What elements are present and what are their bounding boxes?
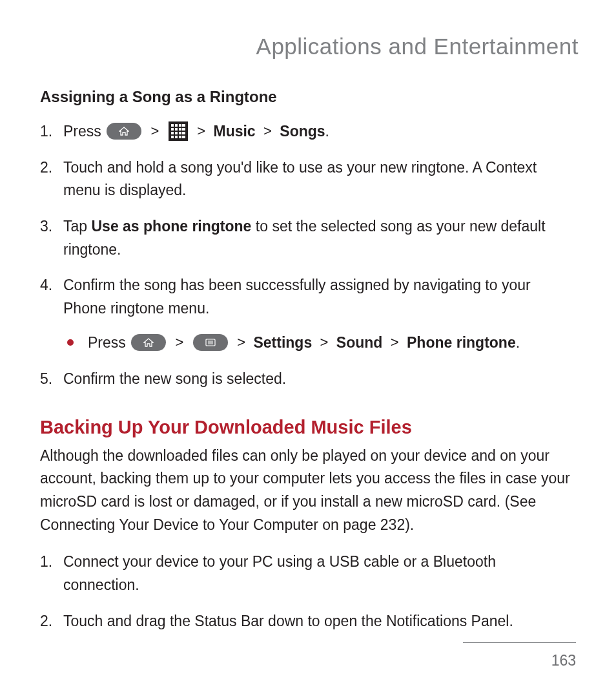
footer-rule (463, 642, 576, 643)
home-key-icon (107, 123, 141, 140)
step-5: Confirm the new song is selected. (40, 368, 572, 391)
separator: > (320, 331, 329, 353)
step-4-sub: Press > > Settings > Sound > Phone ringt… (66, 331, 572, 355)
step-3: Tap Use as phone ringtone to set the sel… (40, 215, 572, 261)
step-4-sublist: Press > > Settings > Sound > Phone ringt… (63, 331, 572, 355)
step-2: Touch and hold a song you'd like to use … (40, 156, 572, 202)
apps-grid-icon (169, 121, 188, 141)
section-title-backup: Backing Up Your Downloaded Music Files (40, 417, 572, 438)
page-footer: 163 (40, 642, 576, 669)
step-1: Press > > Music > Songs. (40, 120, 572, 143)
step-4-text: Confirm the song has been successfully a… (63, 277, 531, 317)
path-settings: Settings (253, 334, 312, 351)
backup-steps: Connect your device to your PC using a U… (40, 551, 572, 633)
backup-step-2: Touch and drag the Status Bar down to op… (40, 610, 572, 633)
page-number: 163 (40, 652, 576, 669)
separator: > (197, 120, 205, 142)
backup-paragraph: Although the downloaded files can only b… (40, 445, 572, 537)
separator: > (151, 120, 159, 142)
separator: > (391, 331, 399, 353)
path-sound: Sound (336, 334, 383, 351)
step-3-bold: Use as phone ringtone (91, 218, 251, 235)
manual-page: Applications and Entertainment Assigning… (0, 0, 616, 633)
path-songs: Songs (280, 123, 325, 140)
chapter-title: Applications and Entertainment (40, 34, 579, 59)
step-1-text: Press (63, 123, 105, 140)
section-heading-ringtone: Assigning a Song as a Ringtone (40, 88, 572, 106)
path-music: Music (213, 123, 255, 140)
ringtone-steps: Press > > Music > Songs. Touch and hold … (40, 120, 572, 391)
separator: > (263, 120, 272, 142)
backup-step-1: Connect your device to your PC using a U… (40, 551, 572, 596)
step-3-prefix: Tap (63, 218, 91, 235)
sub-prefix: Press (88, 334, 130, 351)
step-4: Confirm the song has been successfully a… (40, 274, 572, 355)
menu-key-icon (193, 334, 228, 351)
separator: > (237, 331, 245, 353)
home-key-icon (131, 334, 166, 351)
separator: > (176, 331, 184, 353)
path-ringtone: Phone ringtone (407, 334, 516, 351)
